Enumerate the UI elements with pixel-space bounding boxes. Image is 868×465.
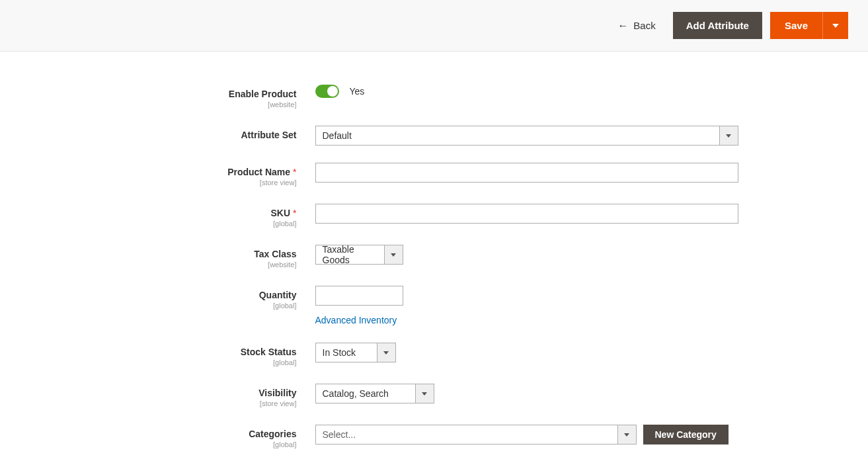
field-tax-class: Tax Class [website] Taxable Goods [117,245,752,269]
arrow-left-icon: ← [617,20,628,32]
label-product-name: Product Name* [store view] [117,163,315,187]
product-form: Enable Product [website] Yes Attribute S… [104,85,765,465]
stock-status-value: In Stock [316,343,377,362]
visibility-value: Catalog, Search [316,384,415,403]
back-label: Back [633,20,655,31]
field-visibility: Visibility [store view] Catalog, Search [117,384,752,407]
attribute-set-toggle[interactable] [719,126,738,145]
required-asterisk: * [293,167,296,177]
field-stock-status: Stock Status [global] In Stock [117,343,752,366]
chevron-down-icon [383,351,389,355]
visibility-toggle[interactable] [415,384,434,403]
field-quantity: Quantity [global] [117,286,752,310]
save-button-group: Save [770,12,848,39]
advanced-inventory-link[interactable]: Advanced Inventory [315,315,397,325]
new-category-button[interactable]: New Category [643,425,729,444]
categories-placeholder: Select... [316,425,617,444]
attribute-set-select[interactable]: Default [315,126,738,146]
chevron-down-icon [624,433,629,437]
product-name-input[interactable] [315,163,738,183]
sku-input[interactable] [315,204,738,224]
add-attribute-button[interactable]: Add Attribute [673,12,762,39]
enable-product-value: Yes [350,86,365,97]
field-enable-product: Enable Product [website] Yes [117,85,752,108]
attribute-set-value: Default [316,126,719,145]
save-dropdown-toggle[interactable] [822,12,848,39]
chevron-down-icon [726,134,731,138]
quantity-input[interactable] [315,286,403,306]
chevron-down-icon [422,392,427,396]
tax-class-value: Taxable Goods [316,245,384,264]
label-stock-status: Stock Status [global] [117,343,315,366]
label-sku: SKU* [global] [117,204,315,228]
field-product-name: Product Name* [store view] [117,163,752,187]
chevron-down-icon [391,253,396,257]
back-button[interactable]: ← Back [617,20,655,32]
chevron-down-icon [832,24,839,28]
stock-status-select[interactable]: In Stock [315,343,396,362]
advanced-inventory-row: Advanced Inventory [117,315,752,325]
categories-select[interactable]: Select... [315,425,637,444]
field-sku: SKU* [global] [117,204,752,228]
tax-class-toggle[interactable] [384,245,403,264]
save-button[interactable]: Save [770,12,822,39]
page-header: ← Back Add Attribute Save [0,0,868,52]
categories-toggle[interactable] [617,425,636,444]
label-categories: Categories [global] [117,425,315,448]
enable-product-toggle[interactable] [315,85,339,98]
stock-status-toggle[interactable] [377,343,395,362]
tax-class-select[interactable]: Taxable Goods [315,245,403,265]
required-asterisk: * [293,208,296,218]
field-categories: Categories [global] Select... New Catego… [117,425,752,448]
label-visibility: Visibility [store view] [117,384,315,407]
field-attribute-set: Attribute Set Default [117,126,752,146]
label-attribute-set: Attribute Set [117,126,315,140]
label-enable-product: Enable Product [website] [117,85,315,108]
label-quantity: Quantity [global] [117,286,315,310]
toggle-knob [327,86,338,97]
visibility-select[interactable]: Catalog, Search [315,384,434,403]
label-tax-class: Tax Class [website] [117,245,315,269]
